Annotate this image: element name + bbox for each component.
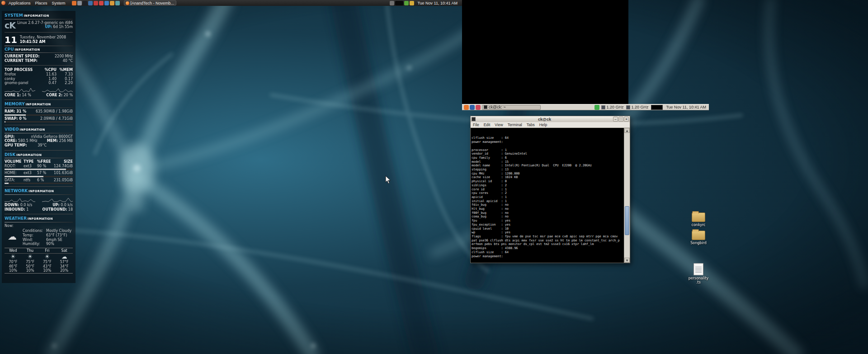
- scroll-down-arrow-icon[interactable]: ▼: [624, 258, 630, 263]
- secondary-clock[interactable]: Tue Nov 11, 10:41 AM: [666, 105, 706, 109]
- disk-volume: ROOT:: [5, 164, 24, 169]
- forecast-weather-icon: ☀: [5, 255, 22, 259]
- terminal-line: f00f_bug : no: [472, 211, 623, 215]
- outbound-label: OUTBOUND:: [42, 208, 67, 212]
- task-button-label: [AnandTech - Novemb...: [131, 1, 175, 5]
- menu-edit[interactable]: Edit: [481, 123, 493, 127]
- disk-size: 124.74GiB: [53, 164, 73, 169]
- task-button-anandtech[interactable]: [AnandTech - Novemb...: [124, 0, 176, 5]
- maximize-button[interactable]: □: [618, 117, 623, 122]
- terminal-line: stepping : 13: [472, 168, 623, 172]
- media-launcher-icon[interactable]: [476, 105, 481, 110]
- disk-free: 90 %: [37, 164, 53, 169]
- disk-bar-home: [5, 176, 73, 177]
- menu-help[interactable]: Help: [537, 123, 549, 127]
- process-name: conky: [5, 77, 40, 81]
- update-notifier-icon[interactable]: [594, 105, 599, 110]
- folder-icon[interactable]: [110, 1, 114, 5]
- cpu-freq-value-2: 1.20 GHz: [631, 105, 648, 109]
- terminal-line: power management:: [472, 140, 623, 144]
- core1-graph: [5, 86, 35, 92]
- cpu-freq-applet-1[interactable]: 1.20 GHz: [601, 105, 623, 109]
- distributor-logo-icon[interactable]: [1, 1, 5, 5]
- browser-launcher-icon[interactable]: [470, 105, 475, 110]
- cpu-freq-applet-2[interactable]: 1.20 GHz: [626, 105, 648, 109]
- mem-col-header: %MEM: [57, 68, 73, 72]
- scroll-up-arrow-icon[interactable]: ▲: [624, 128, 630, 133]
- section-subtitle: INFORMATION: [20, 128, 45, 132]
- gpu-mem-value: 256 MB: [59, 139, 73, 143]
- humidity-value: 90%: [46, 242, 73, 246]
- menu-system[interactable]: System: [50, 1, 68, 5]
- terminal-window-icon[interactable]: [472, 117, 476, 121]
- terminal-window-mini-icon: [484, 105, 487, 109]
- notification-icon[interactable]: [410, 1, 414, 5]
- update-manager-icon[interactable]: [404, 1, 409, 5]
- minimize-button[interactable]: –: [613, 117, 618, 122]
- menu-places[interactable]: Places: [33, 1, 50, 5]
- terminal-screen[interactable]: clflush size : 64power management: proce…: [471, 128, 624, 263]
- menu-view[interactable]: View: [492, 123, 505, 127]
- down-value: 0.0 k/s: [20, 203, 33, 207]
- terminal-line: coma_bug : no: [472, 215, 623, 219]
- window-selector-icon[interactable]: [390, 1, 394, 5]
- process-cpu: 1.40: [40, 77, 57, 81]
- document-icon: [693, 263, 703, 275]
- terminal-icon[interactable]: [83, 1, 87, 5]
- pin-icon[interactable]: [99, 1, 104, 5]
- media-player-icon[interactable]: [94, 1, 98, 5]
- scrollbar-thumb[interactable]: [625, 206, 629, 235]
- close-button[interactable]: ×: [624, 117, 629, 122]
- forecast-day: Fri: [39, 249, 56, 253]
- cpu-speed-value: 2200 MHz: [55, 54, 73, 59]
- section-video: VIDEO INFORMATION: [5, 127, 73, 132]
- terminal-line: pat pse36 clflush dts acpi mmx fxsr sse …: [472, 239, 623, 243]
- terminal-line: wp : yes: [472, 231, 623, 235]
- menu-tabs[interactable]: Tabs: [524, 123, 537, 127]
- core1-value: 14 %: [22, 93, 31, 97]
- disk-free: 6 %: [37, 178, 53, 183]
- desktop-icon-personality[interactable]: personality .ts: [688, 263, 709, 284]
- core2-value: 20 %: [64, 93, 73, 97]
- monitor-icon[interactable]: [88, 1, 93, 5]
- terminal-line: processor : 1: [472, 148, 623, 152]
- swap-bar: [5, 121, 73, 123]
- weather-now-label: Now:: [5, 224, 73, 228]
- disk-volume: DATA:: [5, 178, 24, 183]
- ram-value: 635.90MiB / 1.98GiB: [36, 109, 73, 114]
- panel-clock[interactable]: Tue Nov 11, 10:41 AM: [417, 1, 458, 5]
- mouse-cursor: [385, 175, 392, 184]
- terminal-line: fpu : yes: [472, 219, 623, 223]
- desktop-icon-songbird[interactable]: Songbird: [688, 231, 709, 245]
- desktop-icon-conkyrc[interactable]: conkyrc: [688, 212, 709, 227]
- monitor-graph-applet[interactable]: [651, 105, 663, 110]
- wind-value: 6mph SE: [46, 238, 73, 242]
- forecast-precip: 20%: [56, 269, 73, 273]
- terminal-titlebar[interactable]: ck@ck – □ ×: [471, 116, 630, 122]
- task-button-terminal[interactable]: ck@ck: ~: [482, 105, 541, 110]
- gpu-core-value: 580.5 MHz: [18, 139, 38, 143]
- cpu-chip-icon: [601, 105, 605, 109]
- process-mem: 2.20: [57, 81, 73, 85]
- uptime-value: 6d 1h 55m: [53, 25, 73, 29]
- menu-file[interactable]: File: [471, 123, 481, 127]
- process-mem: 7.33: [57, 72, 73, 77]
- terminal-scrollbar[interactable]: ▲ ▼: [624, 128, 630, 263]
- terminal-line: hlt_bug : no: [472, 207, 623, 211]
- firefox-icon[interactable]: [72, 1, 76, 5]
- upload-graph: [42, 196, 73, 202]
- chat-icon[interactable]: [104, 1, 109, 5]
- process-cpu: 11.63: [40, 72, 57, 77]
- menu-applications[interactable]: Applications: [6, 1, 33, 5]
- terminal-line: [472, 144, 623, 148]
- menu-terminal[interactable]: Terminal: [505, 123, 524, 127]
- section-disk: DISK INFORMATION: [5, 153, 73, 158]
- icon-label: Songbird: [688, 241, 709, 245]
- disk-size: 101.63GiB: [53, 171, 73, 175]
- wx-temp-label: Temp:: [23, 233, 46, 238]
- email-icon[interactable]: [77, 1, 82, 5]
- gpu-label: GPU:: [5, 135, 14, 139]
- swirl-launcher-icon[interactable]: [464, 105, 469, 110]
- text-editor-icon[interactable]: [115, 1, 120, 5]
- display-applet-icon[interactable]: [395, 1, 403, 5]
